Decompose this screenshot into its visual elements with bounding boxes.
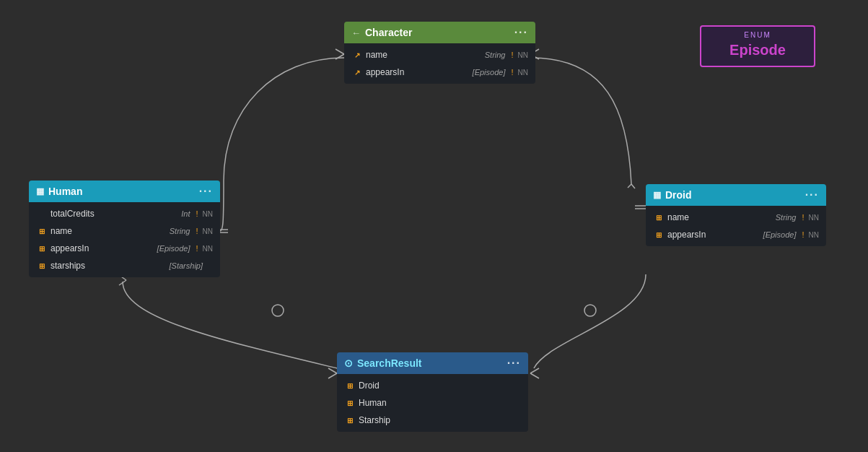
field-rel-icon: ⊞ xyxy=(36,243,48,254)
field-type-label: String xyxy=(485,51,506,59)
character-header: ← Character ··· xyxy=(344,22,535,43)
field-type-label: [Episode] xyxy=(763,230,797,239)
episode-node[interactable]: ENUM Episode xyxy=(700,25,815,67)
field-required-label: ! xyxy=(511,68,513,77)
svg-point-21 xyxy=(584,305,596,316)
field-rel-icon: ↗ xyxy=(351,66,363,78)
field-required-label: ! xyxy=(511,51,513,59)
human-node[interactable]: ▦ Human ··· totalCredits Int ! NN ⊞ name… xyxy=(29,181,220,277)
field-name-label: appearsIn xyxy=(51,243,154,253)
searchresult-link-icon: ⊙ xyxy=(344,357,353,369)
field-nn-label: NN xyxy=(203,245,213,253)
field-nn-label: NN xyxy=(518,69,528,77)
droid-menu-button[interactable]: ··· xyxy=(805,188,819,201)
field-required-label: ! xyxy=(802,213,804,222)
human-table-icon: ▦ xyxy=(36,186,44,196)
field-required-label: ! xyxy=(196,227,198,235)
field-name-label: appearsIn xyxy=(366,67,470,77)
human-header: ▦ Human ··· xyxy=(29,181,220,202)
svg-line-16 xyxy=(328,368,337,373)
field-rel-icon: ⊞ xyxy=(653,212,665,223)
field-name-label: name xyxy=(366,50,482,60)
field-name-label: starships xyxy=(51,261,167,271)
human-title: Human xyxy=(48,186,82,197)
droid-field-appearsin: ⊞ appearsIn [Episode] ! NN xyxy=(646,226,826,243)
droid-node[interactable]: ▦ Droid ··· ⊞ name String ! NN ⊞ appears… xyxy=(646,184,826,246)
field-name-label: Human xyxy=(359,398,521,408)
human-field-appearsin: ⊞ appearsIn [Episode] ! NN xyxy=(29,240,220,257)
field-nn-label: NN xyxy=(809,231,819,239)
field-rel-icon: ↗ xyxy=(351,49,363,61)
field-type-label: Int xyxy=(181,209,190,218)
field-name-label: Droid xyxy=(359,381,521,391)
svg-line-23 xyxy=(119,280,126,285)
droid-table-icon: ▦ xyxy=(653,190,661,200)
field-rel-icon: ⊞ xyxy=(344,414,356,426)
field-rel-icon: ⊞ xyxy=(36,260,48,271)
field-rel-icon: ⊞ xyxy=(344,397,356,409)
svg-line-3 xyxy=(631,184,635,188)
field-rel-icon: ⊞ xyxy=(344,380,356,391)
field-empty-icon xyxy=(36,208,48,220)
character-title: Character xyxy=(365,27,412,38)
character-arrow-icon: ← xyxy=(351,27,361,38)
field-name-label: appearsIn xyxy=(667,230,760,240)
field-name-label: name xyxy=(667,212,773,222)
searchresult-field-human: ⊞ Human xyxy=(337,394,528,412)
field-name-label: Starship xyxy=(359,415,521,425)
searchresult-field-droid: ⊞ Droid xyxy=(337,377,528,394)
diagram-canvas: ← Character ··· ↗ name String ! NN ↗ app… xyxy=(0,0,868,452)
field-name-label: name xyxy=(51,226,167,236)
searchresult-menu-button[interactable]: ··· xyxy=(507,357,521,370)
character-body: ↗ name String ! NN ↗ appearsIn [Episode]… xyxy=(344,43,535,84)
field-nn-label: NN xyxy=(203,227,213,235)
field-name-label: totalCredits xyxy=(51,209,178,219)
svg-line-17 xyxy=(328,373,337,378)
droid-header: ▦ Droid ··· xyxy=(646,184,826,206)
human-field-totalcredits: totalCredits Int ! NN xyxy=(29,205,220,222)
field-type-label: [Episode] xyxy=(473,68,506,77)
field-required-label: ! xyxy=(196,244,198,253)
svg-line-7 xyxy=(336,49,344,54)
searchresult-header: ⊙ SearchResult ··· xyxy=(337,352,528,374)
field-nn-label: NN xyxy=(203,210,213,218)
svg-point-4 xyxy=(272,305,284,316)
svg-line-8 xyxy=(336,54,344,59)
field-type-label: [Episode] xyxy=(157,244,190,253)
human-menu-button[interactable]: ··· xyxy=(199,185,213,198)
human-field-name: ⊞ name String ! NN xyxy=(29,222,220,240)
svg-line-20 xyxy=(530,373,539,378)
field-nn-label: NN xyxy=(809,214,819,222)
field-rel-icon: ⊞ xyxy=(36,225,48,237)
character-field-name: ↗ name String ! NN xyxy=(344,46,535,64)
episode-enum-label: ENUM xyxy=(701,27,814,39)
human-body: totalCredits Int ! NN ⊞ name String ! NN… xyxy=(29,202,220,277)
human-field-starships: ⊞ starships [Starship] xyxy=(29,257,220,274)
character-menu-button[interactable]: ··· xyxy=(514,26,528,39)
field-required-label: ! xyxy=(196,209,198,218)
searchresult-body: ⊞ Droid ⊞ Human ⊞ Starship xyxy=(337,374,528,432)
droid-field-name: ⊞ name String ! NN xyxy=(646,209,826,226)
searchresult-node[interactable]: ⊙ SearchResult ··· ⊞ Droid ⊞ Human ⊞ Sta… xyxy=(337,352,528,432)
droid-body: ⊞ name String ! NN ⊞ appearsIn [Episode]… xyxy=(646,206,826,246)
svg-line-2 xyxy=(628,184,631,188)
svg-line-19 xyxy=(530,368,539,373)
field-type-label: String xyxy=(170,227,190,235)
field-rel-icon: ⊞ xyxy=(653,229,665,240)
droid-title: Droid xyxy=(665,189,692,201)
field-type-label: String xyxy=(776,213,797,222)
field-type-label: [Starship] xyxy=(170,261,203,270)
episode-title: Episode xyxy=(701,39,814,66)
searchresult-title: SearchResult xyxy=(357,357,421,369)
field-nn-label: NN xyxy=(518,51,528,59)
field-required-label: ! xyxy=(802,230,804,239)
searchresult-field-starship: ⊞ Starship xyxy=(337,412,528,429)
character-field-appearsin: ↗ appearsIn [Episode] ! NN xyxy=(344,64,535,81)
character-node[interactable]: ← Character ··· ↗ name String ! NN ↗ app… xyxy=(344,22,535,84)
